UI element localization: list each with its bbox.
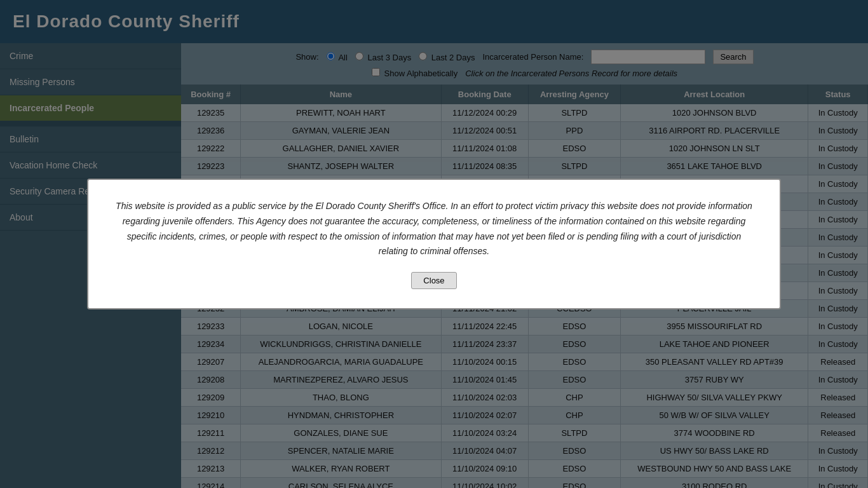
modal-dialog: This website is provided as a public ser… [87, 179, 782, 309]
modal-text: This website is provided as a public ser… [114, 199, 755, 259]
modal-close-button[interactable]: Close [411, 272, 456, 289]
modal-overlay: This website is provided as a public ser… [0, 0, 868, 488]
